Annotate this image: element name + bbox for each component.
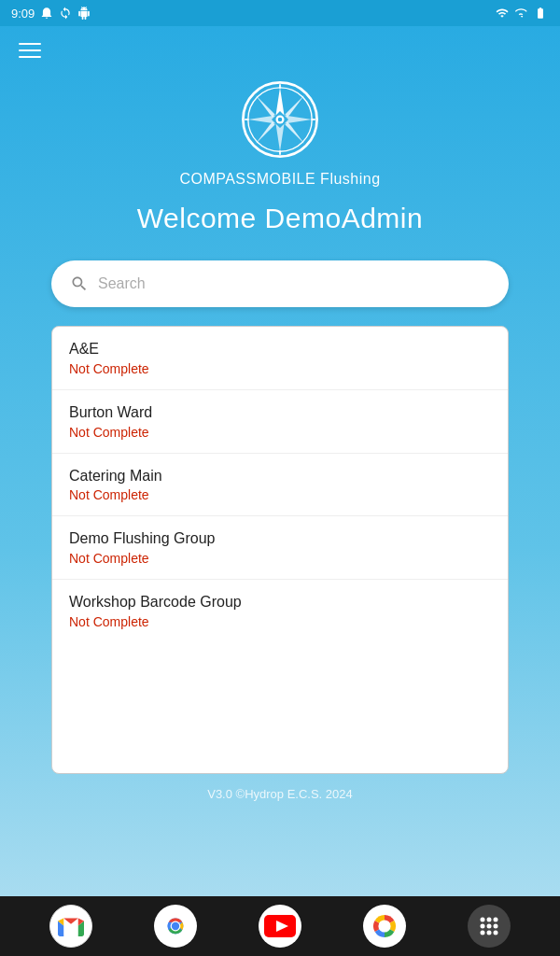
list-item-status: Not Complete: [69, 361, 491, 376]
hamburger-menu-button[interactable]: [15, 39, 45, 62]
status-bar: 9:09: [0, 0, 560, 26]
youtube-nav-button[interactable]: [259, 905, 301, 948]
search-icon: [70, 274, 89, 293]
gmail-nav-button[interactable]: [49, 905, 92, 948]
welcome-title: Welcome DemoAdmin: [137, 203, 423, 234]
search-container: [51, 260, 509, 307]
svg-marker-5: [284, 116, 312, 124]
signal-icon: [514, 7, 527, 20]
svg-marker-8: [285, 122, 304, 144]
wifi-icon: [495, 7, 510, 20]
bottom-nav: [0, 896, 560, 956]
status-right: [495, 7, 549, 20]
notification-icon: [40, 7, 53, 20]
svg-marker-4: [248, 116, 276, 124]
hamburger-line-1: [19, 43, 41, 45]
hamburger-line-3: [19, 56, 41, 58]
list-item-status: Not Complete: [69, 614, 491, 629]
hamburger-line-2: [19, 49, 41, 51]
svg-marker-9: [256, 122, 275, 144]
svg-point-23: [481, 918, 485, 922]
search-box: [51, 260, 509, 307]
app-subtitle: COMPASSMOBILE Flushing: [179, 171, 380, 188]
list-item-name: Demo Flushing Group: [69, 529, 491, 549]
search-input[interactable]: [98, 275, 490, 292]
list-item-status: Not Complete: [69, 487, 491, 502]
status-left: 9:09: [11, 7, 91, 21]
list-item[interactable]: Burton WardNot Complete: [52, 390, 508, 454]
list-item-status: Not Complete: [69, 425, 491, 440]
svg-marker-3: [275, 124, 284, 152]
list-item-name: Burton Ward: [69, 403, 491, 423]
list-item-name: A&E: [69, 340, 491, 359]
svg-marker-6: [285, 95, 304, 117]
list-item[interactable]: Catering MainNot Complete: [52, 454, 508, 517]
svg-point-11: [278, 118, 283, 122]
svg-point-26: [481, 924, 485, 929]
list-item-name: Catering Main: [69, 467, 491, 486]
svg-point-19: [172, 922, 179, 930]
list-item-status: Not Complete: [69, 551, 491, 566]
chrome-nav-button[interactable]: [154, 905, 197, 948]
svg-point-28: [494, 924, 498, 929]
logo-area: COMPASSMOBILE Flushing Welcome DemoAdmin: [137, 77, 423, 234]
svg-point-24: [487, 918, 492, 922]
compass-logo: [238, 77, 322, 162]
footer-text: V3.0 ©Hydrop E.C.S. 2024: [207, 787, 353, 801]
battery-icon: [532, 7, 549, 20]
photos-nav-button[interactable]: [363, 905, 406, 948]
list-item[interactable]: Demo Flushing GroupNot Complete: [52, 516, 508, 580]
sync-icon: [59, 7, 72, 20]
list-item[interactable]: A&ENot Complete: [52, 327, 508, 390]
svg-point-31: [494, 931, 498, 935]
svg-point-22: [378, 920, 390, 932]
svg-point-29: [481, 931, 485, 935]
status-time: 9:09: [11, 7, 35, 21]
svg-marker-7: [256, 95, 275, 117]
task-list: A&ENot CompleteBurton WardNot CompleteCa…: [51, 326, 509, 774]
svg-point-27: [487, 924, 492, 929]
list-item-name: Workshop Barcode Group: [69, 593, 491, 612]
main-content: COMPASSMOBILE Flushing Welcome DemoAdmin…: [0, 26, 560, 896]
svg-point-25: [494, 918, 498, 922]
android-icon: [77, 7, 91, 20]
more-apps-nav-button[interactable]: [468, 905, 511, 948]
svg-point-30: [487, 931, 492, 935]
svg-marker-2: [275, 88, 284, 116]
list-item[interactable]: Workshop Barcode GroupNot Complete: [52, 580, 508, 642]
